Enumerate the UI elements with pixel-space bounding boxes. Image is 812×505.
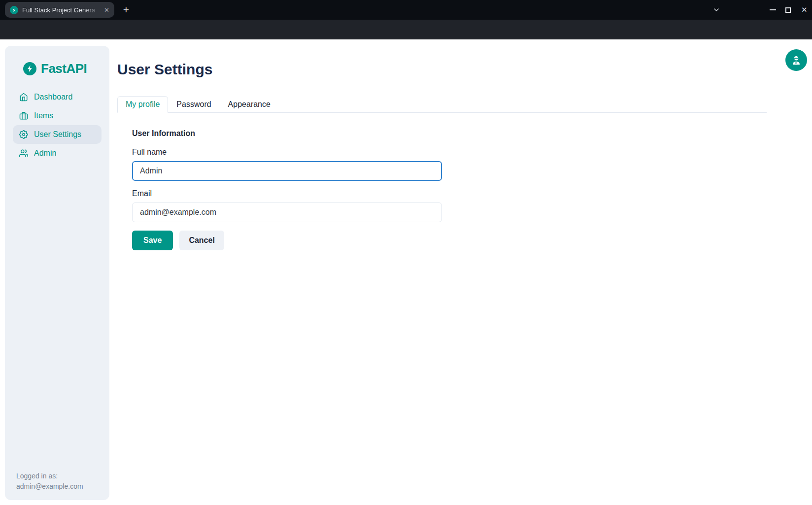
fastapi-logo: FastAPI xyxy=(23,61,109,76)
sidebar-item-dashboard[interactable]: Dashboard xyxy=(13,88,102,106)
form-actions: Save Cancel xyxy=(132,231,442,250)
new-tab-button[interactable]: + xyxy=(120,4,132,16)
cancel-button[interactable]: Cancel xyxy=(179,231,224,250)
tab-strip: Full Stack Project Genera ✕ + ✕ xyxy=(0,0,812,20)
sidebar-nav: Dashboard Items User Settings xyxy=(5,88,109,163)
sidebar-item-user-settings[interactable]: User Settings xyxy=(13,125,102,144)
page-title: User Settings xyxy=(117,39,812,78)
user-avatar-button[interactable] xyxy=(785,49,807,71)
briefcase-icon xyxy=(19,111,28,120)
sidebar-item-label: Items xyxy=(34,111,53,120)
section-title: User Information xyxy=(132,129,442,138)
browser-tab[interactable]: Full Stack Project Genera ✕ xyxy=(5,2,114,18)
logged-in-email: admin@example.com xyxy=(16,481,83,492)
user-astronaut-icon xyxy=(791,55,802,66)
sidebar-item-admin[interactable]: Admin xyxy=(13,144,102,163)
fastapi-logo-icon xyxy=(23,62,36,75)
tab-password[interactable]: Password xyxy=(168,96,219,113)
email-input[interactable] xyxy=(132,202,442,222)
fastapi-favicon-icon xyxy=(10,6,18,14)
tab-appearance[interactable]: Appearance xyxy=(220,96,279,113)
window-maximize-button[interactable] xyxy=(785,0,791,20)
tab-close-icon[interactable]: ✕ xyxy=(104,7,109,13)
window-minimize-button[interactable] xyxy=(770,0,776,20)
logged-in-footer: Logged in as: admin@example.com xyxy=(16,471,83,492)
logged-in-label: Logged in as: xyxy=(16,471,83,481)
user-information-form: User Information Full name Email Save Ca… xyxy=(132,129,442,250)
settings-tabs: My profile Password Appearance xyxy=(117,96,767,113)
logo-text: FastAPI xyxy=(41,61,87,76)
sidebar: FastAPI Dashboard Items xyxy=(5,46,109,500)
page-content: FastAPI Dashboard Items xyxy=(0,39,812,505)
home-icon xyxy=(19,93,28,101)
main-area: User Settings My profile Password Appear… xyxy=(117,39,812,505)
full-name-field: Full name xyxy=(132,148,442,181)
email-label: Email xyxy=(132,189,442,198)
tab-my-profile[interactable]: My profile xyxy=(117,96,168,113)
save-button[interactable]: Save xyxy=(132,231,173,250)
gear-icon xyxy=(19,130,28,139)
sidebar-item-label: Admin xyxy=(34,149,56,158)
tab-search-chevron-icon[interactable] xyxy=(712,0,720,20)
email-field: Email xyxy=(132,189,442,222)
window-close-button[interactable]: ✕ xyxy=(801,0,808,20)
tab-title: Full Stack Project Genera xyxy=(22,6,100,14)
full-name-label: Full name xyxy=(132,148,442,157)
users-icon xyxy=(19,149,28,158)
browser-toolbar: localhost/settings xyxy=(0,20,812,39)
sidebar-item-items[interactable]: Items xyxy=(13,106,102,125)
browser-window: Full Stack Project Genera ✕ + ✕ localhos xyxy=(0,0,812,505)
full-name-input[interactable] xyxy=(132,161,442,181)
sidebar-item-label: User Settings xyxy=(34,130,81,139)
sidebar-item-label: Dashboard xyxy=(34,93,72,101)
